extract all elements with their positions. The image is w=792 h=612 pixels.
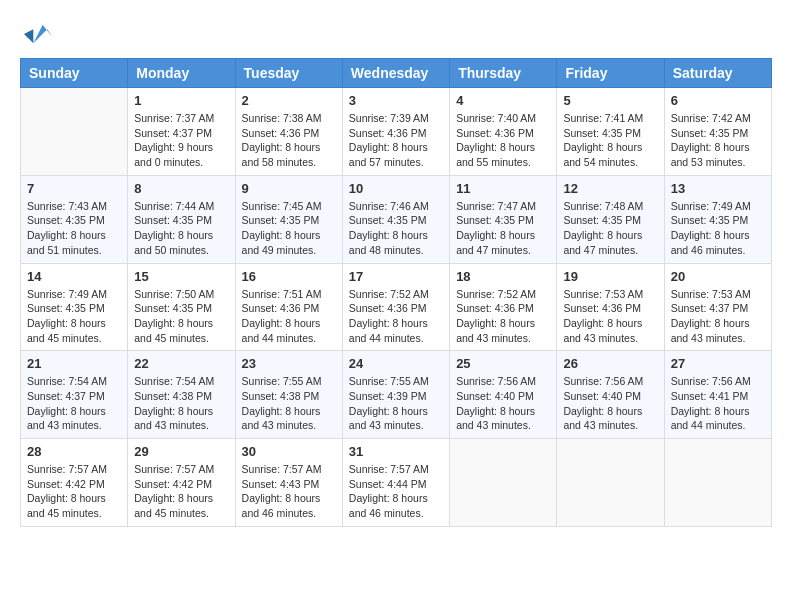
- day-info: Sunrise: 7:57 AMSunset: 4:42 PMDaylight:…: [27, 462, 121, 521]
- day-number: 26: [563, 356, 657, 371]
- day-info: Sunrise: 7:47 AMSunset: 4:35 PMDaylight:…: [456, 199, 550, 258]
- day-info: Sunrise: 7:48 AMSunset: 4:35 PMDaylight:…: [563, 199, 657, 258]
- day-info: Sunrise: 7:44 AMSunset: 4:35 PMDaylight:…: [134, 199, 228, 258]
- day-number: 7: [27, 181, 121, 196]
- weekday-header: Wednesday: [342, 59, 449, 88]
- calendar-day-cell: 30Sunrise: 7:57 AMSunset: 4:43 PMDayligh…: [235, 439, 342, 527]
- calendar-day-cell: 12Sunrise: 7:48 AMSunset: 4:35 PMDayligh…: [557, 175, 664, 263]
- day-info: Sunrise: 7:57 AMSunset: 4:42 PMDaylight:…: [134, 462, 228, 521]
- calendar-day-cell: 8Sunrise: 7:44 AMSunset: 4:35 PMDaylight…: [128, 175, 235, 263]
- day-info: Sunrise: 7:54 AMSunset: 4:37 PMDaylight:…: [27, 374, 121, 433]
- day-number: 21: [27, 356, 121, 371]
- calendar-header-row: SundayMondayTuesdayWednesdayThursdayFrid…: [21, 59, 772, 88]
- day-info: Sunrise: 7:49 AMSunset: 4:35 PMDaylight:…: [27, 287, 121, 346]
- calendar-day-cell: 20Sunrise: 7:53 AMSunset: 4:37 PMDayligh…: [664, 263, 771, 351]
- day-number: 8: [134, 181, 228, 196]
- calendar-day-cell: 26Sunrise: 7:56 AMSunset: 4:40 PMDayligh…: [557, 351, 664, 439]
- day-number: 16: [242, 269, 336, 284]
- calendar-day-cell: 6Sunrise: 7:42 AMSunset: 4:35 PMDaylight…: [664, 88, 771, 176]
- day-info: Sunrise: 7:42 AMSunset: 4:35 PMDaylight:…: [671, 111, 765, 170]
- day-info: Sunrise: 7:56 AMSunset: 4:40 PMDaylight:…: [563, 374, 657, 433]
- calendar-day-cell: 29Sunrise: 7:57 AMSunset: 4:42 PMDayligh…: [128, 439, 235, 527]
- calendar-day-cell: 15Sunrise: 7:50 AMSunset: 4:35 PMDayligh…: [128, 263, 235, 351]
- day-number: 1: [134, 93, 228, 108]
- day-info: Sunrise: 7:53 AMSunset: 4:37 PMDaylight:…: [671, 287, 765, 346]
- weekday-header: Saturday: [664, 59, 771, 88]
- calendar-day-cell: 2Sunrise: 7:38 AMSunset: 4:36 PMDaylight…: [235, 88, 342, 176]
- day-info: Sunrise: 7:57 AMSunset: 4:43 PMDaylight:…: [242, 462, 336, 521]
- day-info: Sunrise: 7:55 AMSunset: 4:38 PMDaylight:…: [242, 374, 336, 433]
- svg-marker-0: [33, 25, 52, 44]
- day-info: Sunrise: 7:40 AMSunset: 4:36 PMDaylight:…: [456, 111, 550, 170]
- day-info: Sunrise: 7:39 AMSunset: 4:36 PMDaylight:…: [349, 111, 443, 170]
- calendar-day-cell: 21Sunrise: 7:54 AMSunset: 4:37 PMDayligh…: [21, 351, 128, 439]
- calendar-week-row: 21Sunrise: 7:54 AMSunset: 4:37 PMDayligh…: [21, 351, 772, 439]
- calendar-day-cell: 7Sunrise: 7:43 AMSunset: 4:35 PMDaylight…: [21, 175, 128, 263]
- calendar-day-cell: [450, 439, 557, 527]
- calendar-day-cell: 31Sunrise: 7:57 AMSunset: 4:44 PMDayligh…: [342, 439, 449, 527]
- calendar-day-cell: [664, 439, 771, 527]
- day-number: 20: [671, 269, 765, 284]
- day-number: 27: [671, 356, 765, 371]
- day-number: 6: [671, 93, 765, 108]
- day-number: 3: [349, 93, 443, 108]
- calendar-day-cell: 13Sunrise: 7:49 AMSunset: 4:35 PMDayligh…: [664, 175, 771, 263]
- calendar-day-cell: 9Sunrise: 7:45 AMSunset: 4:35 PMDaylight…: [235, 175, 342, 263]
- weekday-header: Friday: [557, 59, 664, 88]
- weekday-header: Monday: [128, 59, 235, 88]
- day-number: 28: [27, 444, 121, 459]
- svg-marker-1: [24, 29, 33, 43]
- calendar-day-cell: 23Sunrise: 7:55 AMSunset: 4:38 PMDayligh…: [235, 351, 342, 439]
- day-info: Sunrise: 7:53 AMSunset: 4:36 PMDaylight:…: [563, 287, 657, 346]
- logo: [20, 20, 52, 48]
- day-number: 30: [242, 444, 336, 459]
- weekday-header: Thursday: [450, 59, 557, 88]
- day-info: Sunrise: 7:52 AMSunset: 4:36 PMDaylight:…: [456, 287, 550, 346]
- day-number: 14: [27, 269, 121, 284]
- day-number: 12: [563, 181, 657, 196]
- calendar-day-cell: 16Sunrise: 7:51 AMSunset: 4:36 PMDayligh…: [235, 263, 342, 351]
- page-header: [20, 20, 772, 48]
- day-info: Sunrise: 7:37 AMSunset: 4:37 PMDaylight:…: [134, 111, 228, 170]
- logo-icon: [24, 20, 52, 48]
- calendar-day-cell: 5Sunrise: 7:41 AMSunset: 4:35 PMDaylight…: [557, 88, 664, 176]
- day-number: 4: [456, 93, 550, 108]
- calendar-day-cell: [557, 439, 664, 527]
- calendar-day-cell: 3Sunrise: 7:39 AMSunset: 4:36 PMDaylight…: [342, 88, 449, 176]
- day-number: 23: [242, 356, 336, 371]
- day-info: Sunrise: 7:51 AMSunset: 4:36 PMDaylight:…: [242, 287, 336, 346]
- calendar-week-row: 1Sunrise: 7:37 AMSunset: 4:37 PMDaylight…: [21, 88, 772, 176]
- day-number: 10: [349, 181, 443, 196]
- day-number: 13: [671, 181, 765, 196]
- day-number: 31: [349, 444, 443, 459]
- day-info: Sunrise: 7:45 AMSunset: 4:35 PMDaylight:…: [242, 199, 336, 258]
- day-info: Sunrise: 7:52 AMSunset: 4:36 PMDaylight:…: [349, 287, 443, 346]
- weekday-header: Tuesday: [235, 59, 342, 88]
- calendar-day-cell: 27Sunrise: 7:56 AMSunset: 4:41 PMDayligh…: [664, 351, 771, 439]
- calendar-day-cell: [21, 88, 128, 176]
- day-info: Sunrise: 7:49 AMSunset: 4:35 PMDaylight:…: [671, 199, 765, 258]
- day-info: Sunrise: 7:50 AMSunset: 4:35 PMDaylight:…: [134, 287, 228, 346]
- day-info: Sunrise: 7:54 AMSunset: 4:38 PMDaylight:…: [134, 374, 228, 433]
- calendar-day-cell: 1Sunrise: 7:37 AMSunset: 4:37 PMDaylight…: [128, 88, 235, 176]
- day-info: Sunrise: 7:41 AMSunset: 4:35 PMDaylight:…: [563, 111, 657, 170]
- calendar-day-cell: 25Sunrise: 7:56 AMSunset: 4:40 PMDayligh…: [450, 351, 557, 439]
- calendar-day-cell: 14Sunrise: 7:49 AMSunset: 4:35 PMDayligh…: [21, 263, 128, 351]
- calendar-day-cell: 28Sunrise: 7:57 AMSunset: 4:42 PMDayligh…: [21, 439, 128, 527]
- day-info: Sunrise: 7:43 AMSunset: 4:35 PMDaylight:…: [27, 199, 121, 258]
- day-info: Sunrise: 7:46 AMSunset: 4:35 PMDaylight:…: [349, 199, 443, 258]
- day-number: 17: [349, 269, 443, 284]
- calendar-day-cell: 24Sunrise: 7:55 AMSunset: 4:39 PMDayligh…: [342, 351, 449, 439]
- calendar-week-row: 14Sunrise: 7:49 AMSunset: 4:35 PMDayligh…: [21, 263, 772, 351]
- day-number: 22: [134, 356, 228, 371]
- day-number: 2: [242, 93, 336, 108]
- day-info: Sunrise: 7:56 AMSunset: 4:40 PMDaylight:…: [456, 374, 550, 433]
- calendar-day-cell: 18Sunrise: 7:52 AMSunset: 4:36 PMDayligh…: [450, 263, 557, 351]
- day-number: 15: [134, 269, 228, 284]
- calendar-week-row: 28Sunrise: 7:57 AMSunset: 4:42 PMDayligh…: [21, 439, 772, 527]
- day-number: 19: [563, 269, 657, 284]
- calendar-week-row: 7Sunrise: 7:43 AMSunset: 4:35 PMDaylight…: [21, 175, 772, 263]
- day-info: Sunrise: 7:57 AMSunset: 4:44 PMDaylight:…: [349, 462, 443, 521]
- calendar-day-cell: 10Sunrise: 7:46 AMSunset: 4:35 PMDayligh…: [342, 175, 449, 263]
- day-number: 11: [456, 181, 550, 196]
